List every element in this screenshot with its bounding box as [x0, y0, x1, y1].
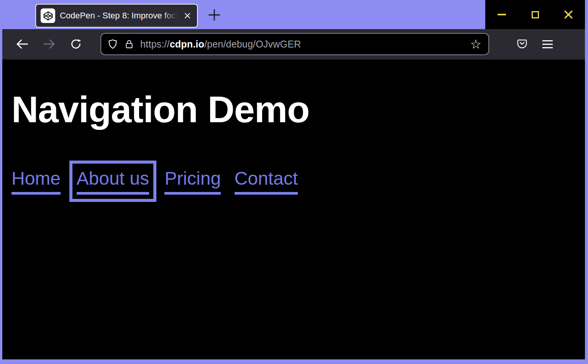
back-button[interactable]	[13, 35, 31, 53]
nav-link-home[interactable]: Home	[11, 168, 61, 195]
close-icon	[563, 9, 574, 20]
lock-icon	[124, 39, 134, 49]
browser-titlebar[interactable]: CodePen - Step 8: Improve focu	[0, 0, 588, 29]
pocket-button[interactable]	[513, 35, 531, 53]
plus-icon	[207, 8, 222, 22]
hamburger-icon	[542, 40, 553, 48]
forward-arrow-icon	[42, 37, 56, 51]
url-path: /pen/debug/OJvwGER	[204, 39, 301, 49]
browser-window: CodePen - Step 8: Improve focu	[0, 0, 588, 364]
url-scheme: https://	[140, 39, 170, 49]
url-text[interactable]: https://cdpn.io/pen/debug/OJvwGER	[140, 39, 301, 50]
tab-title: CodePen - Step 8: Improve focu	[60, 10, 178, 21]
app-menu-button[interactable]	[538, 35, 557, 53]
minimize-icon	[498, 14, 506, 15]
bookmark-star-icon[interactable]: ☆	[469, 38, 482, 51]
nav-link-contact[interactable]: Contact	[235, 168, 298, 195]
close-window-button[interactable]	[552, 0, 585, 29]
page-content: Navigation Demo Home About us Pricing Co…	[2, 60, 585, 359]
reload-button[interactable]	[67, 35, 85, 53]
nav-link-about-us[interactable]: About us	[77, 168, 149, 195]
new-tab-button[interactable]	[205, 6, 224, 24]
tab-close-icon[interactable]	[182, 11, 192, 21]
maximize-icon	[532, 11, 539, 18]
minimize-button[interactable]	[485, 0, 519, 29]
back-arrow-icon	[15, 37, 29, 51]
page-heading: Navigation Demo	[11, 88, 585, 131]
codepen-favicon-icon	[41, 8, 55, 23]
reload-icon	[69, 38, 82, 51]
nav-link-pricing[interactable]: Pricing	[164, 168, 221, 195]
maximize-button[interactable]	[519, 0, 552, 29]
pocket-icon	[516, 38, 528, 50]
window-controls	[485, 0, 585, 29]
main-nav: Home About us Pricing Contact	[11, 168, 585, 195]
browser-toolbar: https://cdpn.io/pen/debug/OJvwGER ☆	[2, 29, 585, 60]
browser-tab[interactable]: CodePen - Step 8: Improve focu	[35, 4, 198, 28]
forward-button[interactable]	[40, 35, 58, 53]
address-bar[interactable]: https://cdpn.io/pen/debug/OJvwGER ☆	[100, 33, 489, 55]
url-domain: cdpn.io	[170, 39, 204, 49]
shield-icon[interactable]	[107, 39, 118, 49]
